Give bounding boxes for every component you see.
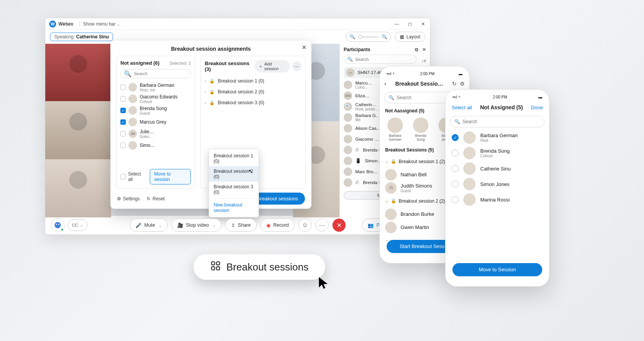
participants-title: Participants (344, 47, 370, 52)
close-window-button[interactable]: ✕ (420, 21, 426, 27)
more-options-button[interactable]: ⋯ (315, 219, 329, 232)
ctx-session-1[interactable]: Breakout session 1 (0) (209, 151, 259, 166)
zoom-control[interactable]: 🔍 🔍 (346, 32, 391, 42)
user-radio[interactable] (452, 134, 459, 141)
user-checkbox[interactable] (120, 143, 126, 148)
user-row[interactable]: JM Julie…Gues… (120, 128, 191, 140)
zoom-out-icon[interactable]: 🔍 (349, 34, 355, 40)
reactions-button[interactable]: ☺ (298, 219, 312, 232)
sort-icon[interactable]: ↓≡ (421, 58, 426, 64)
add-session-button[interactable]: ＋ Add session (255, 60, 290, 72)
record-button[interactable]: ◉Record (260, 219, 295, 232)
session-name: Breakout session 2 (0) (218, 89, 264, 95)
mute-button[interactable]: 🎤Mute⌄ (130, 219, 168, 232)
breakout-big-label: Breakout sessions (226, 261, 308, 273)
assign-user-row[interactable]: Simon Jones (445, 176, 549, 192)
avatar (128, 106, 137, 115)
move-to-session-button[interactable]: Move to session (150, 169, 191, 184)
zoom-slider[interactable] (358, 36, 379, 38)
dialog-close-button[interactable]: ✕ (302, 44, 307, 50)
video-tile[interactable] (45, 101, 111, 159)
webex-window: W Webex Show menu bar ⌄ — ◻ ✕ Speaking: … (45, 18, 430, 235)
not-assigned-search[interactable]: 🔍 (120, 69, 191, 78)
user-checkbox[interactable] (120, 108, 126, 113)
user-row[interactable]: Giacomo EdwardsCohost (120, 93, 191, 105)
stop-video-button[interactable]: 🎥Stop video⌄ (171, 219, 221, 232)
mic-icon: 🎤 (135, 222, 142, 228)
settings-icon[interactable]: ⚙ (460, 81, 465, 87)
refresh-icon[interactable]: ↻ (452, 81, 457, 87)
breakout-dialog: Breakout session assignments ✕ Not assig… (110, 40, 312, 209)
user-checkbox[interactable] (120, 119, 126, 125)
sessions-more-button[interactable]: ⋯ (292, 61, 302, 71)
assign-user-row[interactable]: Catherie Sinu (445, 161, 549, 176)
mobile2-header: Select all Not Assigned (5) Done (445, 101, 549, 114)
avatar (344, 113, 352, 122)
mobile2-search-input[interactable] (462, 119, 540, 124)
maximize-button[interactable]: ◻ (407, 21, 413, 27)
user-radio[interactable] (452, 196, 459, 203)
select-all-checkbox[interactable]: Select all (120, 171, 146, 182)
window-titlebar: W Webex Show menu bar ⌄ — ◻ ✕ (45, 18, 430, 30)
not-assigned-search-input[interactable] (134, 71, 187, 76)
user-row[interactable]: Simo… (120, 140, 191, 151)
session-row[interactable]: ›🔒Breakout session 3 (0) (205, 97, 301, 108)
show-menubar-toggle[interactable]: Show menu bar ⌄ (83, 21, 120, 27)
search-icon: 🔍 (454, 119, 460, 124)
svg-rect-4 (216, 262, 219, 265)
avatar-item[interactable]: Brenda Song (411, 117, 431, 142)
assign-user-row[interactable]: Marina Rossi (445, 192, 549, 207)
avatar-name: Barbara German (385, 134, 405, 142)
minimize-button[interactable]: — (394, 21, 400, 27)
participants-search-input[interactable] (355, 57, 413, 62)
user-row[interactable]: Brenda SongGuest (120, 105, 191, 116)
svg-point-0 (55, 222, 61, 228)
ai-assistant-button[interactable] (51, 218, 65, 232)
layout-button[interactable]: ▦ Layout (395, 32, 425, 42)
select-all-link[interactable]: Select all (452, 105, 472, 110)
layout-label: Layout (406, 34, 420, 40)
selected-count: Selected: 2 (170, 61, 191, 65)
done-link[interactable]: Done (531, 105, 543, 110)
move-to-session-mobile-button[interactable]: Move to Session (452, 263, 542, 276)
chevron-down-icon[interactable]: ⌄ (385, 237, 389, 242)
user-checkbox[interactable] (120, 84, 126, 90)
popout-icon[interactable]: ⧉ (415, 47, 418, 52)
lock-icon: 🔒 (209, 100, 215, 105)
end-call-button[interactable]: ✕ (332, 219, 346, 232)
user-radio[interactable] (452, 165, 459, 172)
session-row[interactable]: ›🔒Breakout session 1 (0) (205, 76, 301, 86)
settings-button[interactable]: ⚙ Settings (117, 196, 140, 202)
close-panel-icon[interactable]: ✕ (422, 47, 426, 52)
session-row[interactable]: ›🔒Breakout session 2 (0) (205, 86, 301, 97)
user-row[interactable]: Marcus Grey (120, 116, 191, 128)
user-radio[interactable] (452, 181, 459, 188)
avatar (463, 178, 476, 190)
lock-icon: 🔒 (391, 198, 396, 203)
reset-button[interactable]: ↻ Reset (147, 196, 164, 202)
assign-user-row[interactable]: Barbara GermanHost (445, 130, 549, 145)
avatar (128, 118, 137, 126)
cc-button[interactable]: CC ⌄ (68, 219, 87, 231)
user-row[interactable]: Barbara GermanHost, me (120, 81, 191, 93)
back-button[interactable]: ‹ (384, 80, 386, 87)
mobile2-search[interactable]: 🔍 (450, 116, 545, 127)
ctx-session-3[interactable]: Breakout session 3 (0) (209, 182, 259, 197)
user-checkbox[interactable] (120, 131, 126, 136)
participants-search[interactable]: 🔍 (344, 55, 416, 64)
breakout-sessions-big-button[interactable]: Breakout sessions (194, 254, 325, 280)
avatar (463, 147, 476, 159)
assign-user-row[interactable]: Brenda SongCohost (445, 145, 549, 161)
webex-logo-icon: W (49, 21, 56, 28)
user-radio[interactable] (452, 150, 459, 157)
video-tile[interactable] (45, 44, 111, 101)
zoom-in-icon[interactable]: 🔍 (382, 34, 387, 40)
avatar-item[interactable]: Barbara German (385, 117, 405, 142)
video-tile[interactable] (45, 159, 111, 217)
user-checkbox[interactable] (120, 96, 126, 102)
participants-header: Participants ⧉ ✕ (344, 47, 426, 52)
user-sub: Host (480, 138, 518, 143)
svg-point-2 (58, 224, 60, 225)
ctx-new-session[interactable]: New breakout session (209, 200, 259, 215)
share-button[interactable]: ⇪Share (225, 219, 257, 232)
